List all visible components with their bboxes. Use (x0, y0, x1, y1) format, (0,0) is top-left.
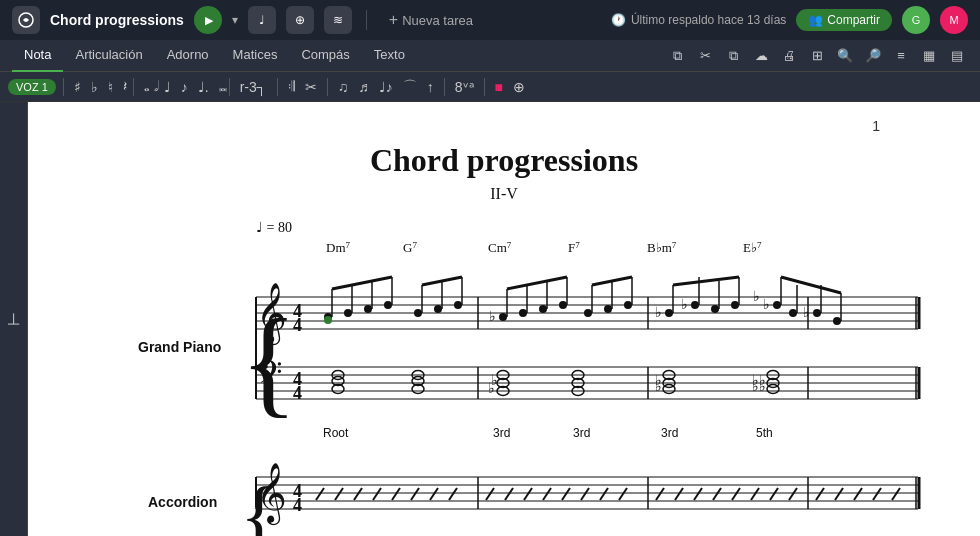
svg-text:♭: ♭ (489, 309, 496, 324)
scissors-icon[interactable]: ✂ (302, 79, 320, 95)
note-natural-icon[interactable]: ♮ (105, 79, 116, 95)
svg-point-32 (324, 316, 332, 324)
panel-toggle-icon[interactable]: ⊣ (4, 312, 23, 326)
score-area: 1 Chord progressions II-V ♩ = 80 Dm7 G7 … (28, 102, 980, 536)
tab-adorno[interactable]: Adorno (155, 40, 221, 72)
svg-line-153 (562, 488, 570, 500)
svg-line-150 (505, 488, 513, 500)
svg-point-63 (711, 305, 719, 313)
tab-articulacion[interactable]: Articulación (63, 40, 154, 72)
svg-point-47 (559, 301, 567, 309)
svg-point-70 (773, 301, 781, 309)
tie-icon[interactable]: ⌒ (400, 78, 420, 96)
quarter-note-icon[interactable]: ♩ (161, 79, 174, 95)
grace-icon[interactable]: ♬ (355, 79, 372, 95)
play-button[interactable] (194, 6, 222, 34)
mixer-icon[interactable]: ≋ (324, 6, 352, 34)
svg-text:3rd: 3rd (661, 426, 678, 440)
svg-text:♭: ♭ (655, 373, 662, 388)
svg-point-54 (624, 301, 632, 309)
svg-line-164 (789, 488, 797, 500)
note-flat-icon[interactable]: ♭ (88, 79, 101, 95)
svg-line-147 (430, 488, 438, 500)
svg-line-145 (392, 488, 400, 500)
print-icon[interactable]: 🖨 (778, 45, 800, 67)
share-button[interactable]: 👥 Compartir (796, 9, 892, 31)
divider6 (444, 78, 445, 96)
svg-point-35 (434, 305, 442, 313)
svg-text:Accordion: Accordion (148, 494, 217, 510)
view-icon[interactable]: ▦ (918, 45, 940, 67)
svg-text:G7: G7 (403, 240, 417, 255)
note-sharp-icon[interactable]: ♯ (71, 79, 84, 95)
layout-icon[interactable]: ▤ (946, 45, 968, 67)
up-icon[interactable]: ↑ (424, 79, 437, 95)
voice-badge[interactable]: VOZ 1 (8, 79, 56, 95)
tab-nota[interactable]: Nota (12, 40, 63, 72)
divider7 (484, 78, 485, 96)
copy-icon[interactable]: ⧉ (666, 45, 688, 67)
svg-line-165 (816, 488, 824, 500)
svg-line-158 (675, 488, 683, 500)
extra-icon[interactable]: ♩♪ (376, 79, 396, 95)
note-toolbar: Nota Articulación Adorno Matices Compás … (0, 40, 980, 72)
svg-line-155 (600, 488, 608, 500)
svg-text:♩ = 80: ♩ = 80 (256, 220, 292, 235)
dotted-note-icon[interactable]: ♩. (195, 79, 212, 95)
lines-icon[interactable]: ≡ (890, 45, 912, 67)
settings-icon[interactable]: ⊕ (286, 6, 314, 34)
svg-point-75 (813, 309, 821, 317)
add-icon[interactable]: ⊕ (510, 79, 528, 95)
left-panel-toggle[interactable]: ⊣ (0, 102, 28, 536)
ottava-icon[interactable]: 8ᵛᵃ (452, 79, 477, 95)
svg-line-159 (694, 488, 702, 500)
svg-point-61 (691, 301, 699, 309)
eighth-note-icon[interactable]: ♪ (178, 79, 191, 95)
divider3 (229, 78, 230, 96)
avatar-2[interactable]: M (940, 6, 968, 34)
svg-line-49 (507, 277, 567, 289)
metronome-icon[interactable]: ♩ (248, 6, 276, 34)
svg-text:F7: F7 (568, 240, 580, 255)
cut-icon[interactable]: ✂ (694, 45, 716, 67)
svg-text:𝄞: 𝄞 (256, 463, 287, 526)
half-note-icon[interactable]: 𝅗𝅥 (151, 78, 157, 95)
nueva-tarea-button[interactable]: Nueva tarea (381, 7, 481, 33)
svg-text:3rd: 3rd (493, 426, 510, 440)
svg-line-31 (332, 277, 392, 289)
svg-line-160 (713, 488, 721, 500)
divider4 (277, 78, 278, 96)
cloud-icon[interactable]: ☁ (750, 45, 772, 67)
svg-text:♭: ♭ (753, 289, 760, 304)
tab-matices[interactable]: Matices (221, 40, 290, 72)
svg-text:Root: Root (323, 426, 349, 440)
svg-point-41 (499, 313, 507, 321)
whole-note-icon[interactable]: 𝅝 (141, 78, 147, 95)
zoom-in-icon[interactable]: 🔍 (834, 45, 856, 67)
svg-line-152 (543, 488, 551, 500)
beam-icon[interactable]: ♫ (335, 79, 352, 95)
svg-text:Dm7: Dm7 (326, 240, 351, 255)
color-icon[interactable]: ■ (492, 79, 506, 95)
document-title: Chord progressions (50, 12, 184, 28)
grid-icon[interactable]: ⊞ (806, 45, 828, 67)
voice-toolbar: VOZ 1 ♯ ♭ ♮ 𝄽 𝅝 𝅗𝅥 ♩ ♪ ♩. 𝅜 r-3┐ 𝄇 ✂ ♫ ♬… (0, 72, 980, 102)
svg-line-151 (524, 488, 532, 500)
tab-texto[interactable]: Texto (362, 40, 417, 72)
avatar-1[interactable]: G (902, 6, 930, 34)
app-logo[interactable] (12, 6, 40, 34)
double-whole-icon[interactable]: 𝅜 (216, 78, 222, 95)
tab-compas[interactable]: Compás (289, 40, 361, 72)
rest-icon[interactable]: 𝄽 (120, 78, 126, 95)
svg-point-77 (833, 317, 841, 325)
svg-line-167 (854, 488, 862, 500)
cursor-icon[interactable]: 𝄇 (285, 78, 298, 95)
paste-icon[interactable]: ⧉ (722, 45, 744, 67)
svg-line-169 (892, 488, 900, 500)
svg-line-146 (411, 488, 419, 500)
triplet-icon[interactable]: r-3┐ (237, 79, 270, 95)
svg-line-157 (656, 488, 664, 500)
chevron-down-icon[interactable]: ▾ (232, 13, 238, 27)
zoom-out-icon[interactable]: 🔎 (862, 45, 884, 67)
svg-point-37 (454, 301, 462, 309)
